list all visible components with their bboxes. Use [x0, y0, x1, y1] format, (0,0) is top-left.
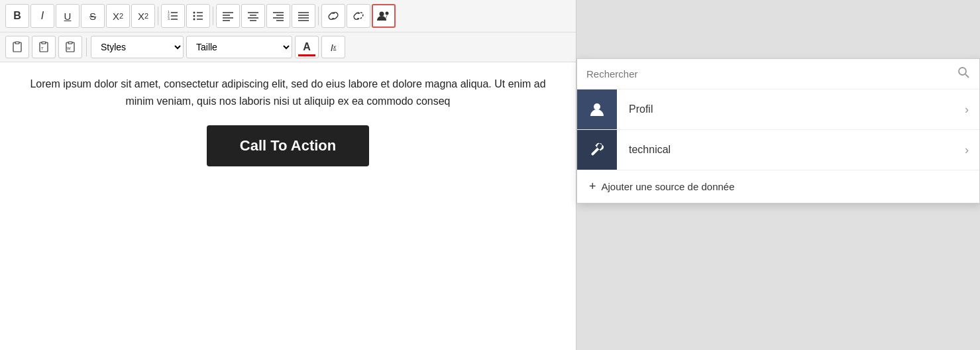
italic-button[interactable]: I — [30, 4, 54, 28]
separator-2 — [213, 7, 213, 25]
clear-format-button[interactable]: Ix — [321, 36, 345, 58]
dropdown-item-profil[interactable]: Profil › — [577, 89, 979, 130]
technical-icon-box — [577, 130, 617, 170]
search-icon — [957, 66, 970, 82]
svg-point-29 — [386, 12, 389, 15]
svg-point-38 — [959, 68, 966, 75]
cta-button[interactable]: Call To Action — [207, 125, 369, 166]
paste-html-button[interactable]: T — [32, 36, 56, 58]
toolbar-row1: B I U S X2 X2 1.2.3. — [0, 0, 576, 32]
profil-icon-box — [577, 89, 617, 129]
taille-select[interactable]: Taille — [186, 36, 292, 58]
svg-point-40 — [594, 103, 600, 110]
paste-text-button[interactable] — [5, 36, 29, 58]
editor-container: B I U S X2 X2 1.2.3. — [0, 0, 576, 350]
subscript-button[interactable]: X2 — [106, 4, 130, 28]
toolbar-row2: T W Styles Taille A Ix — [0, 32, 576, 62]
svg-point-28 — [380, 12, 384, 17]
svg-text:T: T — [41, 46, 44, 50]
svg-text:3.: 3. — [168, 17, 170, 21]
separator-r2-1 — [86, 38, 87, 56]
technical-chevron-icon: › — [965, 143, 979, 157]
underline-button[interactable]: U — [56, 4, 80, 28]
search-input[interactable] — [586, 68, 957, 80]
font-color-button[interactable]: A — [295, 36, 319, 58]
separator-1 — [158, 7, 158, 25]
ordered-list-button[interactable]: 1.2.3. — [161, 4, 185, 28]
add-source-label: Ajouter une source de donnée — [602, 181, 735, 192]
svg-text:W: W — [67, 46, 71, 50]
profil-chevron-icon: › — [965, 103, 979, 117]
align-center-button[interactable] — [241, 4, 265, 28]
data-source-button[interactable] — [372, 4, 396, 28]
svg-point-9 — [193, 12, 195, 14]
add-source-footer[interactable]: + Ajouter une source de donnée — [577, 170, 979, 203]
editor-content: Lorem ipsum dolor sit amet, consectetur … — [0, 62, 576, 180]
paste-word-button[interactable]: W — [58, 36, 82, 58]
unordered-list-button[interactable] — [186, 4, 210, 28]
svg-point-10 — [193, 15, 195, 17]
dropdown-panel: Profil › technical › + Ajouter une sourc… — [576, 58, 980, 204]
search-box — [577, 59, 979, 89]
profil-label: Profil — [617, 103, 965, 115]
separator-3 — [318, 7, 319, 25]
svg-line-39 — [965, 74, 969, 78]
align-right-button[interactable] — [266, 4, 290, 28]
strikethrough-button[interactable]: S — [81, 4, 105, 28]
styles-select[interactable]: Styles — [91, 36, 184, 58]
link-button[interactable] — [321, 4, 345, 28]
body-text: Lorem ipsum dolor sit amet, consectetur … — [27, 76, 549, 109]
superscript-button[interactable]: X2 — [131, 4, 155, 28]
svg-rect-36 — [68, 42, 72, 44]
justify-button[interactable] — [292, 4, 315, 28]
bold-button[interactable]: B — [5, 4, 29, 28]
technical-label: technical — [617, 144, 965, 156]
unlink-button[interactable] — [347, 4, 370, 28]
svg-rect-31 — [15, 42, 19, 44]
align-left-button[interactable] — [216, 4, 240, 28]
svg-rect-33 — [42, 42, 46, 44]
svg-point-11 — [193, 19, 195, 21]
plus-icon: + — [589, 180, 596, 194]
dropdown-item-technical[interactable]: technical › — [577, 130, 979, 170]
